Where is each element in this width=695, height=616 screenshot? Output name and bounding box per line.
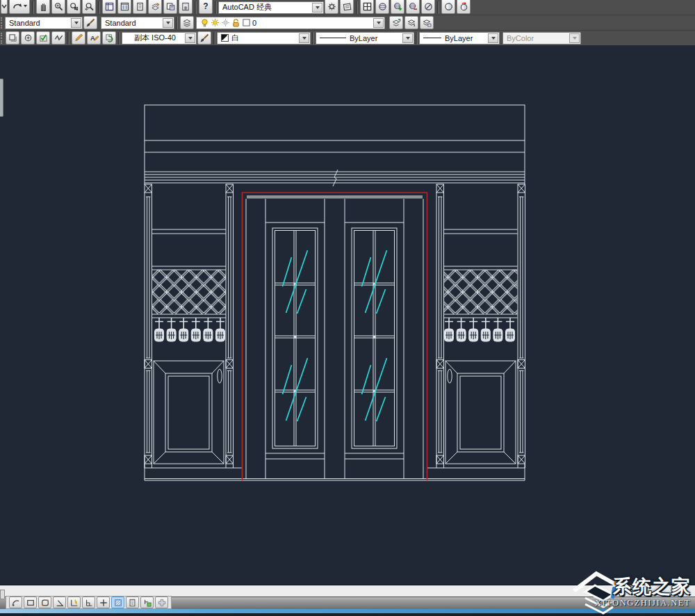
chevron-down-icon [488,33,498,43]
model-space-canvas[interactable] [0,46,695,585]
axis-tool-button[interactable] [67,597,81,608]
cornice-panel [145,105,525,140]
layers-icon [182,18,192,27]
zoom-previous-button[interactable] [82,0,96,14]
match-text-style-button[interactable] [83,16,97,29]
tool-palettes-button[interactable] [133,0,147,14]
pan-hand-icon [39,2,48,11]
workspace-value: AutoCAD 经典 [222,2,311,13]
layer-combo[interactable]: 0 [196,17,385,29]
tool-palettes-icon [136,2,145,11]
toolbar-grip[interactable] [1,17,3,29]
view-sphere-icon [378,2,387,11]
dim-text-edit-button[interactable]: A [87,31,101,44]
properties-palette-button[interactable] [102,0,116,14]
help-button[interactable]: ? [199,0,213,14]
text-style-combo[interactable]: Standard [5,17,83,29]
layer-manager-button[interactable] [180,16,194,29]
layer-previous-button[interactable] [420,16,434,29]
chevron-down-icon [185,33,195,43]
plus-tool-button[interactable] [155,597,168,608]
dim-style-value: Standard [105,19,162,27]
wave-icon [54,33,63,42]
named-views-button[interactable] [375,0,389,14]
annotation-style-combo[interactable]: 副本 ISO-40 [122,32,197,44]
workspace-settings-button[interactable] [325,0,338,14]
glass-symbol [362,250,387,314]
calculator-tool-button[interactable] [126,597,139,608]
zoom-realtime-button[interactable] [51,0,65,14]
lock-icon [231,18,240,27]
view-add-icon [393,2,402,11]
workspace-combo[interactable]: AutoCAD 经典 [218,1,324,14]
viewports-button[interactable] [360,0,374,14]
layer-color-swatch [242,18,251,27]
jogged-line-button[interactable] [51,31,65,44]
zoom-window-icon [70,2,79,11]
dim-update-button[interactable] [102,31,116,44]
chevron-down-icon [569,33,580,43]
designcenter-icon [120,2,129,11]
door-opening-redline [242,193,427,480]
make-layer-current-button[interactable] [389,16,403,29]
cabinet-door-right [445,361,516,464]
snap-arc-button[interactable] [9,597,22,608]
plotstyle-value: ByColor [507,34,569,42]
pan-button[interactable] [36,0,50,14]
linetype-combo[interactable]: ByLayer [316,32,414,44]
quickcalc-icon [181,2,190,11]
designcenter-button[interactable] [117,0,131,14]
angle-tool-button[interactable] [53,597,66,608]
orbit-continuous-icon [459,2,468,11]
separator [176,17,178,29]
quickcalc-button[interactable] [179,0,193,14]
dim-style-combo[interactable]: Standard [101,17,174,29]
separator [213,32,215,44]
lineweight-combo[interactable]: ByLayer [419,32,500,44]
dim-check-button[interactable] [36,31,50,44]
snap-cross-button[interactable] [97,597,110,608]
dim-edit-button[interactable] [72,31,85,44]
lineweight-value: ByLayer [445,34,487,42]
sheetset-manager-button[interactable] [148,0,162,14]
copy-object-button[interactable] [140,597,154,608]
orbit-button[interactable] [441,0,455,14]
layer-value: 0 [252,19,373,27]
plotstyle-combo[interactable]: ByColor [502,32,581,44]
text-style-value: Standard [9,19,70,27]
workspace-save-button[interactable] [340,0,354,14]
markup-manager-button[interactable] [163,0,177,14]
rounded-polygon-button[interactable] [38,597,51,608]
chevron-down-icon [1,3,7,9]
redo-button[interactable] [9,0,30,14]
separator [32,1,34,14]
wall-elevation [145,105,525,480]
undo-dropdown-button[interactable] [1,0,8,14]
separator [356,1,358,14]
glass-symbol [283,250,308,314]
layer-states-button[interactable] [404,16,418,29]
view-add-button[interactable] [391,0,404,14]
color-combo[interactable]: 白 [217,32,311,44]
gear-icon [327,2,336,11]
markup-manager-icon [166,2,175,11]
match-dim-style-button[interactable] [197,31,211,44]
rectangle-tool-button[interactable] [24,597,37,608]
toolbar-grip[interactable] [1,33,3,44]
orbit-continuous-button[interactable] [457,0,471,14]
center-mark-button[interactable] [21,31,35,44]
command-line-strip[interactable] [0,585,695,597]
header-bar [247,195,423,199]
zoom-window-button[interactable] [67,0,81,14]
dim-space-button[interactable] [6,31,19,44]
orbit-sphere-icon [444,2,453,11]
separator [437,1,439,14]
palette-autohide-tab[interactable] [0,79,3,117]
cabinet-handle-left [218,369,222,383]
view-disable-button[interactable] [421,0,435,14]
view-remove-button[interactable] [406,0,420,14]
paintbrush-icon [85,18,95,28]
separator [215,1,217,14]
hatch-tool-button[interactable] [111,597,124,608]
snap-perpendicular-button[interactable] [82,597,95,608]
